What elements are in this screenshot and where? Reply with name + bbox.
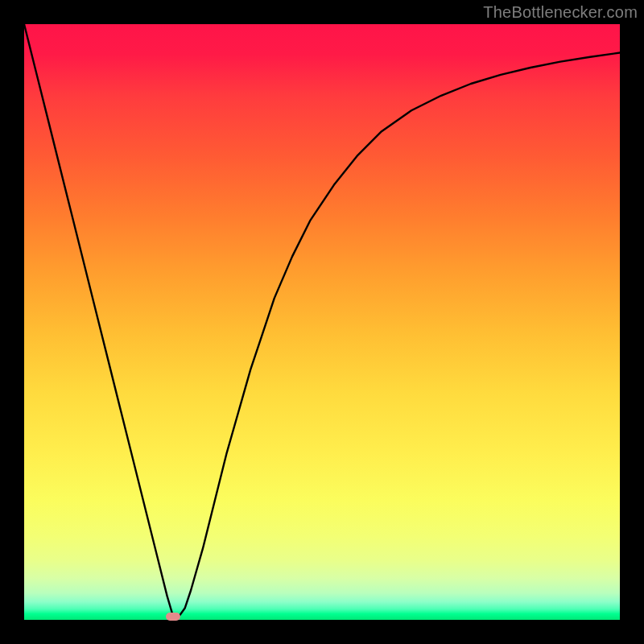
attribution-label: TheBottlenecker.com bbox=[483, 3, 638, 22]
bottleneck-curve bbox=[24, 24, 620, 620]
plot-area bbox=[24, 24, 620, 620]
optimal-point-marker bbox=[166, 613, 180, 621]
chart-frame: TheBottlenecker.com bbox=[0, 0, 644, 644]
